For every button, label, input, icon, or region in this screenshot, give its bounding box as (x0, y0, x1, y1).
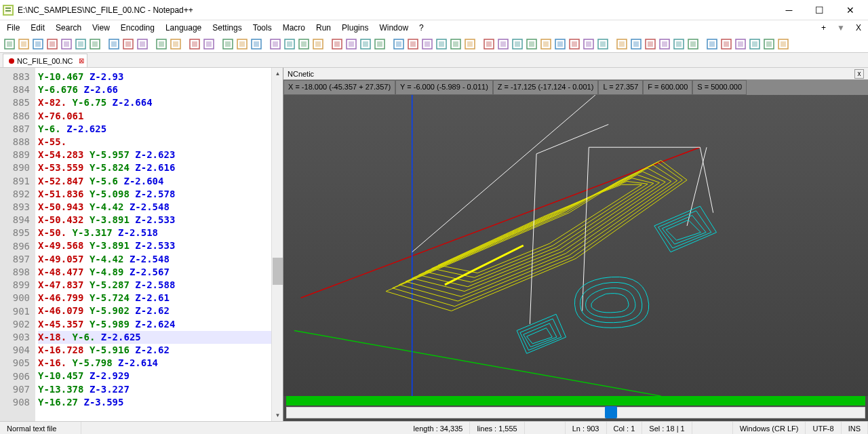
menu-macro[interactable]: Macro (277, 22, 311, 34)
code-line[interactable]: X-49.057 Y-4.42 Z-2.548 (38, 253, 271, 266)
menu-view[interactable]: View (87, 22, 115, 34)
fast-forward-icon[interactable] (449, 37, 462, 51)
redo-icon[interactable] (169, 37, 182, 51)
wordwrap-icon[interactable] (269, 37, 282, 51)
maximize-button[interactable]: ☐ (804, 1, 835, 20)
code-line[interactable]: X-50.943 Y-4.42 Z-2.548 (38, 201, 271, 214)
menu-search[interactable]: Search (50, 22, 87, 34)
print-icon[interactable] (88, 37, 102, 51)
menu-settings[interactable]: Settings (207, 22, 247, 34)
close-button[interactable]: ✕ (835, 1, 865, 20)
save-all-icon[interactable] (45, 37, 59, 51)
code-line[interactable]: X-48.477 Y-4.89 Z-2.567 (38, 266, 271, 279)
code-line[interactable]: X-18. Y-6. Z-2.625 (38, 331, 271, 344)
close-icon[interactable] (60, 37, 73, 51)
minimize-button[interactable]: ─ (774, 1, 804, 20)
menu-edit[interactable]: Edit (25, 22, 50, 34)
skip-first-icon[interactable] (705, 37, 719, 51)
tab-close-icon[interactable]: ⊠ (79, 57, 84, 64)
replace-icon[interactable] (202, 37, 216, 51)
doc-icon[interactable] (344, 37, 358, 51)
menu-plugins[interactable]: Plugins (336, 22, 374, 34)
panel-left-icon[interactable] (482, 37, 496, 51)
undo-icon[interactable] (155, 37, 168, 51)
pin-icon[interactable] (359, 37, 372, 51)
clipboard-icon[interactable] (672, 37, 686, 51)
code-line[interactable]: X-46.079 Y-5.902 Z-2.62 (38, 304, 271, 317)
folder-icon[interactable] (330, 37, 344, 51)
code-line[interactable]: Y-10.467 Z-2.93 (38, 71, 271, 83)
code-line[interactable]: Y-6. Z-2.625 (38, 123, 271, 136)
3d-viewport[interactable] (283, 95, 868, 396)
scroll-thumb[interactable] (273, 258, 283, 285)
find-icon[interactable] (188, 37, 201, 51)
code-line[interactable]: X-82. Y-6.75 Z-2.664 (38, 96, 271, 109)
skip-back-icon[interactable] (719, 37, 733, 51)
vertical-scrollbar[interactable]: ▲ ▼ (271, 68, 283, 421)
monitor-icon[interactable] (629, 37, 643, 51)
code-line[interactable]: Y-6.676 Z-2.66 (38, 83, 271, 96)
file-tab[interactable]: NC_FILE_00.NC ⊠ (3, 54, 87, 67)
menu-chevron[interactable]: ▼ (831, 22, 850, 34)
code-line[interactable]: Y-13.378 Z-3.227 (38, 383, 271, 396)
scroll-down-icon[interactable]: ▼ (273, 410, 283, 421)
eye-icon[interactable] (373, 37, 387, 51)
menu-run[interactable]: Run (311, 22, 336, 34)
compare-icon[interactable] (615, 37, 629, 51)
sync-icon[interactable] (250, 37, 263, 51)
new-icon[interactable] (3, 37, 16, 51)
code-line[interactable]: X-52.847 Y-5.6 Z-2.604 (38, 175, 271, 188)
code-line[interactable]: X-47.837 Y-5.287 Z-2.588 (38, 279, 271, 292)
code-line[interactable]: Y-10.457 Z-2.929 (38, 370, 271, 382)
record-icon[interactable] (392, 37, 406, 51)
code-line[interactable]: X-49.568 Y-3.891 Z-2.533 (38, 239, 271, 252)
code-line[interactable]: X-50.432 Y-3.891 Z-2.533 (38, 214, 271, 226)
menu-encoding[interactable]: Encoding (115, 22, 160, 34)
allchars-icon[interactable] (283, 37, 296, 51)
code-line[interactable]: X-45.357 Y-5.989 Z-2.624 (38, 318, 271, 331)
paste-icon[interactable] (136, 37, 149, 51)
arrow-down-icon[interactable] (539, 37, 553, 51)
skip-next-icon[interactable] (762, 37, 776, 51)
cut-icon[interactable] (107, 37, 121, 51)
code-line[interactable]: X-76.061 (38, 110, 271, 123)
code-line[interactable]: Y-16.27 Z-3.595 (38, 396, 271, 409)
menu-tools[interactable]: Tools (248, 22, 277, 34)
status-mode[interactable]: INS (842, 422, 868, 434)
bookmark-icon[interactable] (596, 37, 610, 51)
playback-slider[interactable] (286, 407, 865, 418)
grid-icon[interactable] (553, 37, 567, 51)
panel-close-icon[interactable]: x (854, 69, 864, 79)
panel-top-icon[interactable] (511, 37, 524, 51)
heart-icon[interactable] (644, 37, 657, 51)
code-line[interactable]: X-16. Y-5.798 Z-2.614 (38, 357, 271, 370)
menu-close-doc[interactable]: X (850, 22, 867, 34)
stop-icon[interactable] (406, 37, 420, 51)
code-editor[interactable]: Y-10.467 Z-2.93Y-6.676 Z-2.66X-82. Y-6.7… (35, 68, 271, 421)
play-fwd-icon[interactable] (748, 37, 762, 51)
play-icon[interactable] (420, 37, 434, 51)
zoom-out-icon[interactable] (235, 37, 249, 51)
outdent-icon[interactable] (311, 37, 325, 51)
menu-language[interactable]: Language (160, 22, 207, 34)
close-all-icon[interactable] (74, 37, 87, 51)
code-line[interactable]: X-51.836 Y-5.098 Z-2.578 (38, 188, 271, 201)
code-line[interactable]: X-46.799 Y-5.724 Z-2.61 (38, 292, 271, 304)
save-macro-icon[interactable] (463, 37, 477, 51)
panel-bottom-icon[interactable] (525, 37, 538, 51)
skip-last-icon[interactable] (776, 37, 790, 51)
menu-file[interactable]: File (1, 22, 25, 34)
indent-icon[interactable] (297, 37, 311, 51)
code-icon[interactable] (686, 37, 700, 51)
panel-right-icon[interactable] (496, 37, 510, 51)
code-line[interactable]: X-16.728 Y-5.916 Z-2.62 (38, 344, 271, 357)
func-icon[interactable] (568, 37, 581, 51)
play-red-icon[interactable] (734, 37, 747, 51)
copy-icon[interactable] (121, 37, 135, 51)
menu-window[interactable]: Window (374, 22, 414, 34)
doc-x-icon[interactable] (658, 37, 671, 51)
status-eol[interactable]: Windows (CR LF) (733, 422, 806, 434)
code-line[interactable]: X-53.559 Y-5.824 Z-2.616 (38, 161, 271, 174)
scroll-up-icon[interactable]: ▲ (273, 68, 283, 79)
menu-?[interactable]: ? (414, 22, 429, 34)
